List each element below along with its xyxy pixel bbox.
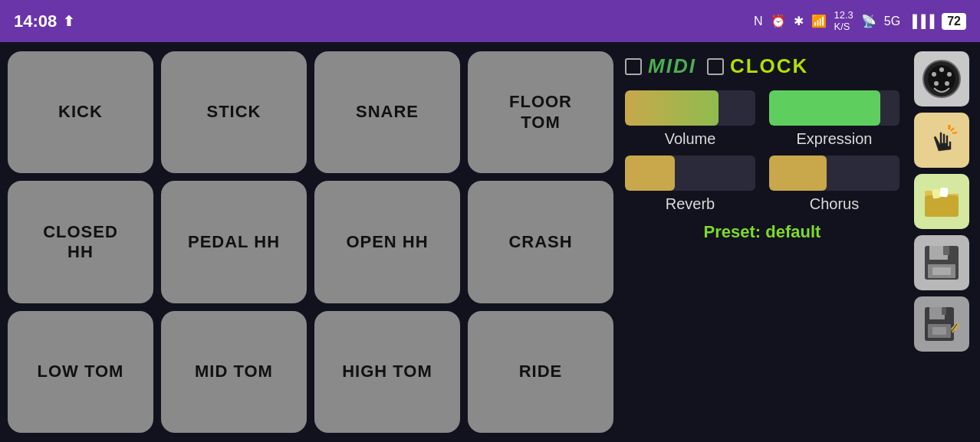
volume-slider-group: Volume [625, 90, 755, 148]
svg-rect-10 [925, 195, 959, 217]
svg-point-2 [939, 67, 944, 72]
nfc-icon: N [754, 15, 763, 28]
chorus-slider[interactable] [769, 156, 899, 191]
midi-connector-icon [922, 59, 962, 99]
top-sliders-row: Volume Expression [625, 90, 899, 148]
pads-grid: KICK STICK SNARE FLOORTOM CLOSEDHH PEDAL… [8, 51, 613, 433]
pad-open-hh[interactable]: OPEN HH [314, 181, 460, 303]
signal-icon: 📶 [811, 14, 827, 28]
status-time: 14:08 ⬆ [14, 11, 74, 31]
svg-rect-11 [932, 188, 941, 198]
controls-panel: MIDI CLOCK Volume Expression [621, 51, 903, 433]
pad-pedal-hh[interactable]: PEDAL HH [161, 181, 307, 303]
svg-rect-22 [932, 327, 946, 335]
time-display: 14:08 [14, 11, 57, 31]
svg-rect-15 [943, 246, 949, 255]
upload-icon: ⬆ [63, 13, 74, 30]
volume-bar-fill [625, 90, 719, 126]
volume-slider[interactable] [625, 90, 755, 126]
clock-checkbox-group: CLOCK [707, 54, 808, 78]
svg-point-5 [934, 81, 939, 86]
midi-connector-button[interactable] [914, 51, 969, 106]
pointer-button[interactable] [914, 113, 969, 168]
midi-clock-row: MIDI CLOCK [625, 51, 899, 81]
network-icon: 5G [884, 15, 900, 28]
clock-label: CLOCK [730, 54, 808, 78]
pad-crash[interactable]: CRASH [468, 181, 613, 303]
main-content: KICK STICK SNARE FLOORTOM CLOSEDHH PEDAL… [0, 42, 980, 442]
folder-icon [922, 182, 962, 221]
svg-rect-17 [932, 267, 951, 275]
pad-mid-tom[interactable]: MID TOM [161, 311, 307, 433]
svg-point-3 [932, 72, 936, 77]
signal-bars: ▐▐▐ [908, 15, 934, 28]
speed-display: 12.3K/S [834, 10, 853, 32]
status-bar: 14:08 ⬆ N ⏰ ✱ 📶 12.3K/S 📡 5G ▐▐▐ 72 [0, 0, 980, 42]
expression-bar-fill [769, 90, 880, 126]
preset-label: Preset: default [704, 222, 821, 241]
wifi-icon: 📡 [861, 14, 876, 28]
expression-label: Expression [797, 130, 873, 148]
preset-row: Preset: default [625, 222, 899, 242]
chorus-label: Chorus [810, 195, 859, 213]
pad-floor-tom[interactable]: FLOORTOM [468, 51, 613, 173]
reverb-slider[interactable] [625, 156, 755, 191]
reverb-label: Reverb [666, 195, 715, 213]
pad-ride[interactable]: RIDE [468, 311, 613, 433]
floppy-pen-icon [922, 304, 962, 344]
expression-slider-group: Expression [769, 90, 899, 148]
svg-rect-20 [942, 307, 946, 315]
svg-point-6 [945, 81, 949, 86]
svg-rect-12 [940, 188, 949, 198]
svg-point-4 [947, 72, 952, 77]
expression-slider[interactable] [769, 90, 899, 126]
pad-high-tom[interactable]: HIGH TOM [314, 311, 460, 433]
pad-stick[interactable]: STICK [161, 51, 307, 173]
save-as-button[interactable] [914, 296, 969, 352]
pad-low-tom[interactable]: LOW TOM [8, 311, 153, 433]
chorus-slider-group: Chorus [769, 156, 899, 213]
svg-line-9 [952, 133, 957, 133]
midi-label: MIDI [648, 54, 696, 78]
pad-closed-hh[interactable]: CLOSEDHH [8, 181, 153, 303]
bluetooth-icon: ✱ [794, 14, 804, 28]
volume-label: Volume [665, 130, 716, 148]
floppy-disk-icon [922, 243, 962, 283]
bottom-sliders-row: Reverb Chorus [625, 156, 899, 213]
open-folder-button[interactable] [914, 174, 969, 229]
clock-checkbox[interactable] [707, 58, 724, 75]
chorus-bar-fill [769, 156, 827, 191]
save-button[interactable] [914, 235, 969, 290]
alarm-icon: ⏰ [771, 14, 786, 28]
pad-kick[interactable]: KICK [8, 51, 153, 173]
battery-indicator: 72 [942, 13, 966, 30]
status-right: N ⏰ ✱ 📶 12.3K/S 📡 5G ▐▐▐ 72 [754, 10, 966, 32]
icons-panel [911, 51, 972, 433]
reverb-bar-fill [625, 156, 675, 191]
midi-checkbox[interactable] [625, 58, 642, 75]
reverb-slider-group: Reverb [625, 156, 755, 213]
pad-snare[interactable]: SNARE [314, 51, 460, 173]
svg-line-8 [951, 128, 954, 131]
midi-checkbox-group: MIDI [625, 54, 696, 78]
pointer-icon [923, 122, 960, 159]
